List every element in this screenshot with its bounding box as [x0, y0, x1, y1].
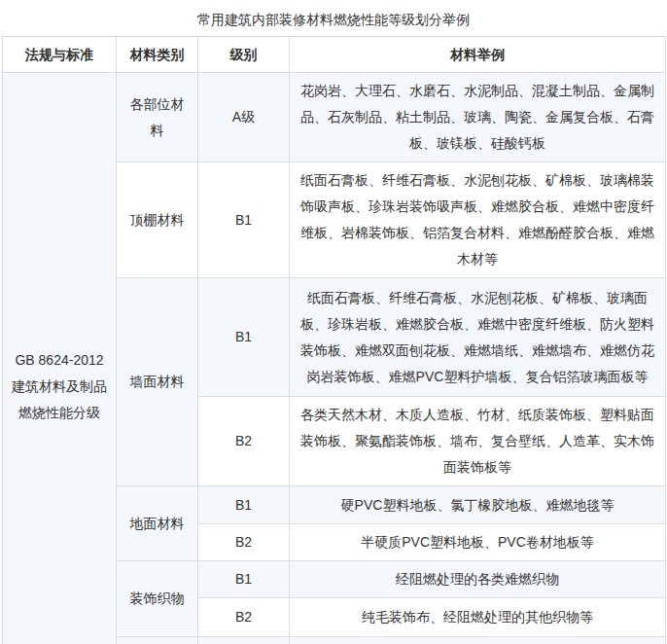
- level-cell-b1: B1: [198, 637, 290, 644]
- examples-cell-fabric-b2: 纯毛装饰布、经阻燃处理的其他织物等: [290, 598, 666, 637]
- examples-cell-insulation-b1: 橡塑平板保温材料、橡塑管状保温材料、铝箔玻璃棉板、XPS挤塑板、EPS泡沫板等: [290, 637, 666, 644]
- materials-table: 法规与标准 材料类别 级别 材料举例 GB 8624-2012建筑材料及制品燃烧…: [2, 36, 666, 644]
- examples-cell-floor-b2: 半硬质PVC塑料地板、PVC卷材地板等: [290, 524, 666, 561]
- examples-cell-floor-b1: 硬PVC塑料地板、氯丁橡胶地板、难燃地毯等: [290, 486, 666, 524]
- level-cell-b1: B1: [198, 486, 290, 524]
- category-cell-fabric: 装饰织物: [117, 561, 198, 637]
- category-cell-insulation: 保温材料: [117, 637, 198, 644]
- category-cell-floor: 地面材料: [117, 486, 198, 561]
- examples-cell-all-parts-a: 花岗岩、大理石、水磨石、水泥制品、混凝土制品、金属制品、石灰制品、粘土制品、玻璃…: [290, 73, 666, 162]
- examples-cell-wall-b2: 各类天然木材、木质人造板、竹材、纸质装饰板、塑料贴面装饰板、聚氨酯装饰板、墙布、…: [290, 397, 666, 486]
- level-cell-b2: B2: [198, 397, 290, 486]
- level-cell-b1: B1: [198, 561, 290, 598]
- level-cell-a: A级: [198, 73, 290, 162]
- examples-cell-fabric-b1: 经阻燃处理的各类难燃织物: [290, 561, 666, 598]
- regulation-cell: GB 8624-2012建筑材料及制品燃烧性能分级: [3, 73, 117, 644]
- examples-cell-wall-b1: 纸面石膏板、纤维石膏板、水泥刨花板、矿棉板、玻璃面板、珍珠岩板、难燃胶合板、难燃…: [290, 278, 666, 397]
- col-header-examples: 材料举例: [290, 37, 666, 73]
- level-cell-b1: B1: [198, 162, 290, 278]
- level-cell-b1: B1: [198, 278, 290, 397]
- category-cell-wall: 墙面材料: [117, 278, 198, 486]
- page-title: 常用建筑内部装修材料燃烧性能等级划分举例: [0, 0, 667, 36]
- level-cell-b2: B2: [198, 598, 290, 637]
- col-header-regulation: 法规与标准: [3, 37, 117, 73]
- category-cell-all-parts: 各部位材料: [117, 73, 198, 162]
- col-header-level: 级别: [198, 37, 290, 73]
- category-cell-ceiling: 顶棚材料: [117, 162, 198, 278]
- col-header-category: 材料类别: [117, 37, 198, 73]
- table-row-all-parts-a: GB 8624-2012建筑材料及制品燃烧性能分级 各部位材料 A级 花岗岩、大…: [3, 73, 666, 162]
- level-cell-b2: B2: [198, 524, 290, 561]
- header-row: 法规与标准 材料类别 级别 材料举例: [3, 37, 666, 73]
- page: 常用建筑内部装修材料燃烧性能等级划分举例 法规与标准 材料类别 级别 材料举例 …: [0, 0, 667, 644]
- examples-cell-ceiling-b1: 纸面石膏板、纤维石膏板、水泥刨花板、矿棉板、玻璃棉装饰吸声板、珍珠岩装饰吸声板、…: [290, 162, 666, 278]
